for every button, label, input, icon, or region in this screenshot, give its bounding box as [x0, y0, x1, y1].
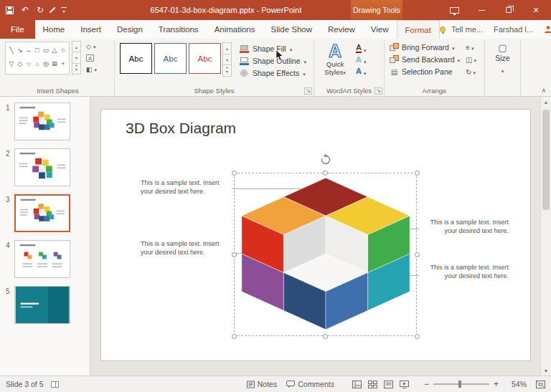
shape-triangle-icon[interactable]: △ [50, 44, 59, 57]
customize-qat-icon[interactable]: ▾ [61, 7, 67, 14]
shape-star-icon[interactable]: ☆ [24, 57, 33, 71]
tab-design[interactable]: Design [109, 20, 151, 39]
shape-style-preview-3[interactable]: Abc [189, 43, 221, 74]
slide-title[interactable]: 3D Box Diagram [126, 120, 236, 137]
scroll-down-icon[interactable]: ▼ [541, 365, 551, 376]
text-fill-button[interactable]: A [356, 43, 366, 54]
selection-handle-mid-right[interactable] [415, 252, 420, 257]
shape-oval-icon[interactable]: ○ [59, 44, 67, 57]
selection-handle-bottom-left[interactable] [232, 334, 237, 339]
shape-plus-icon[interactable]: + [59, 57, 67, 71]
zoom-percentage[interactable]: 54% [508, 380, 527, 388]
shape-style-preview-2[interactable]: Abc [154, 43, 187, 74]
slide-canvas[interactable]: 3D Box Diagram [100, 109, 531, 361]
ribbon-display-options-button[interactable] [441, 0, 468, 20]
merge-shapes-button[interactable]: ◧ [85, 64, 98, 74]
sample-text-top-right[interactable]: This is a sample text. Insert your desir… [423, 218, 509, 235]
account-name[interactable]: Farshad l... [494, 25, 533, 34]
style-scroll-down[interactable]: ▾ [222, 54, 232, 66]
gallery-scroll-down[interactable]: ▾ [72, 52, 81, 63]
restore-button[interactable] [495, 0, 522, 20]
edit-shape-button[interactable]: ◇ [85, 42, 98, 51]
zoom-slider[interactable] [433, 383, 489, 385]
shape-down-triangle-icon[interactable]: ▽ [7, 57, 16, 71]
shape-arrow-icon[interactable]: ↘ [16, 44, 24, 57]
comments-button[interactable]: Comments [286, 380, 334, 388]
reading-view-icon[interactable] [384, 381, 393, 388]
shape-double-arrow-icon[interactable]: ↔ [24, 44, 33, 57]
tell-me-box[interactable]: Tell me... [440, 25, 483, 34]
tab-transitions[interactable]: Transitions [151, 20, 207, 39]
shape-rectangle-icon[interactable]: □ [33, 44, 42, 57]
selection-handle-mid-left[interactable] [232, 252, 237, 257]
bring-forward-button[interactable]: Bring Forward [388, 42, 461, 53]
shape-line-icon[interactable]: ╲ [7, 44, 16, 57]
text-outline-button[interactable]: A [356, 54, 366, 65]
gallery-scroll-up[interactable]: ▴ [72, 41, 81, 52]
shape-outline-button[interactable]: Shape Outline [237, 55, 309, 67]
tab-slideshow[interactable]: Slide Show [263, 20, 321, 39]
rotate-handle[interactable] [320, 154, 331, 166]
selection-pane-button[interactable]: ▤ Selection Pane [388, 66, 461, 77]
gallery-more-button[interactable]: ▾ [72, 63, 81, 75]
selection-handle-top-right[interactable] [415, 171, 420, 176]
text-effects-button[interactable]: A [356, 66, 366, 77]
close-button[interactable]: × [522, 0, 550, 20]
slide-sorter-view-icon[interactable] [368, 381, 377, 388]
tab-review[interactable]: Review [320, 20, 363, 39]
tab-home[interactable]: Home [35, 20, 73, 39]
sample-text-bottom-right[interactable]: This is a sample text. Insert your desir… [423, 263, 509, 280]
zoom-slider-thumb[interactable] [458, 381, 461, 388]
undo-icon[interactable]: ↶ [22, 6, 29, 14]
align-button[interactable]: ≡ [466, 42, 476, 53]
fit-to-window-icon[interactable] [536, 381, 545, 388]
group-objects-button[interactable]: ◫ [466, 54, 476, 65]
tab-file[interactable]: File [0, 20, 35, 39]
selection-handle-bottom-mid[interactable] [323, 334, 328, 339]
proofing-book-icon[interactable] [51, 381, 59, 388]
tab-insert[interactable]: Insert [72, 20, 109, 39]
style-scroll-up[interactable]: ▴ [222, 42, 232, 54]
sample-text-bottom-left[interactable]: This is a sample text. Insert your desir… [141, 239, 227, 257]
contextual-tab-drawing-tools[interactable]: Drawing Tools [351, 0, 402, 20]
zoom-in-icon[interactable]: + [494, 379, 499, 389]
style-more-button[interactable]: ▾ [222, 64, 232, 77]
scroll-up-icon[interactable]: ▲ [541, 97, 551, 107]
shape-gallery[interactable]: ╲ ↘ ↔ □ ▭ △ ○ ▽ ◇ ☆ ⌂ ◎ ⊞ + [5, 42, 70, 75]
notes-button[interactable]: Notes [247, 380, 277, 388]
shape-diamond-icon[interactable]: ◇ [16, 57, 24, 71]
shape-rounded-rect-icon[interactable]: ▭ [42, 44, 50, 57]
touch-draw-icon[interactable] [50, 7, 55, 13]
slideshow-view-icon[interactable] [400, 381, 409, 388]
selection-handle-top-left[interactable] [232, 171, 237, 176]
collapse-ribbon-icon[interactable]: ∧ [541, 87, 546, 94]
share-button[interactable]: Share [544, 25, 551, 34]
shape-style-preview-1[interactable]: Abc [120, 43, 152, 74]
slide-thumbnail-3-selected[interactable] [14, 194, 70, 232]
minimize-button[interactable] [468, 0, 495, 20]
shape-circle-icon[interactable]: ◎ [42, 57, 50, 71]
normal-view-icon[interactable] [352, 381, 362, 388]
tab-view[interactable]: View [363, 20, 397, 39]
rotate-button[interactable]: ↻ [466, 66, 476, 77]
redo-icon[interactable]: ↻ [37, 6, 44, 14]
zoom-out-icon[interactable]: − [424, 379, 429, 389]
sample-text-top-left[interactable]: This is a sample text. Insert your desir… [141, 178, 227, 196]
group-size[interactable]: ▢ Size [485, 40, 521, 96]
3d-cube-graphic[interactable] [237, 174, 414, 333]
shape-home-icon[interactable]: ⌂ [33, 57, 42, 71]
quick-styles-button[interactable]: A Quick Styles [318, 42, 352, 77]
tab-animations[interactable]: Animations [207, 20, 263, 39]
scrollbar-thumb[interactable] [542, 110, 550, 210]
selection-handle-bottom-right[interactable] [415, 334, 420, 339]
selection-handle-top-mid[interactable] [323, 171, 328, 176]
send-backward-button[interactable]: Send Backward [388, 54, 461, 65]
slide-thumbnail-5[interactable] [14, 286, 70, 324]
slide-thumbnail-1[interactable] [14, 102, 70, 140]
save-icon[interactable] [6, 6, 14, 14]
tab-format[interactable]: Format [397, 20, 440, 39]
vertical-scrollbar[interactable]: ▲ ▼ [540, 97, 551, 376]
shape-fill-button[interactable]: Shape Fill [237, 43, 309, 54]
text-box-button[interactable]: A [85, 53, 98, 62]
shape-effects-button[interactable]: Shape Effects [237, 67, 309, 79]
